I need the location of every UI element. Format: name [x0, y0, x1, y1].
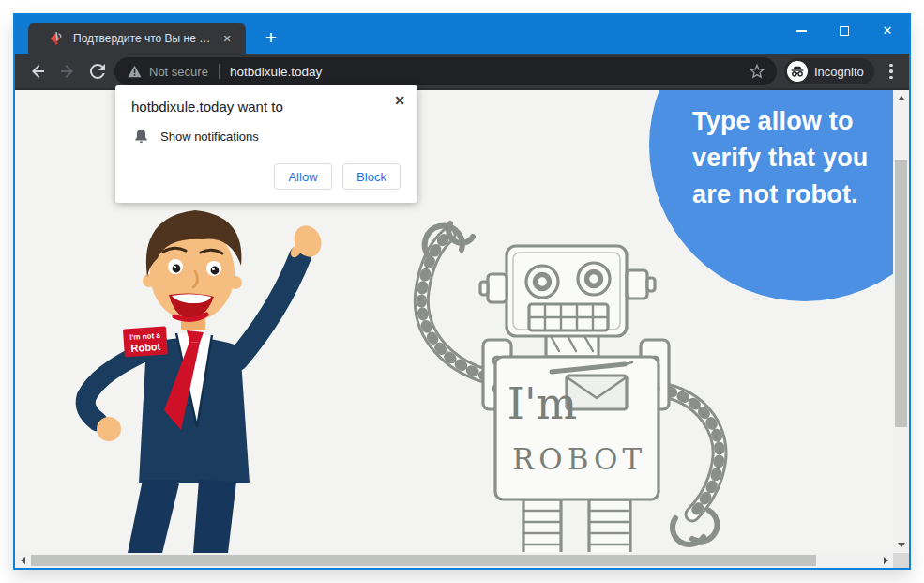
new-tab-button[interactable]: + [259, 25, 283, 50]
minimize-button[interactable] [780, 15, 823, 46]
up-arrow-icon [898, 96, 905, 100]
bubble-text: Type allow to verify that you are not ro… [692, 103, 869, 213]
permission-label: Show notifications [160, 130, 259, 144]
back-button[interactable] [26, 60, 49, 83]
reload-button[interactable] [86, 60, 109, 83]
omnibox-divider [219, 64, 220, 79]
incognito-label: Incognito [814, 65, 864, 79]
man-badge: I'm not a Robot [123, 326, 168, 357]
scroll-up-button[interactable] [893, 90, 909, 106]
bookmark-star-icon[interactable] [748, 62, 766, 81]
horizontal-scrollbar-thumb[interactable] [31, 555, 816, 566]
forward-button[interactable] [56, 60, 79, 83]
scroll-right-button[interactable] [878, 553, 893, 568]
notification-permission-dialog: ✕ hotbdixule.today want to Show notifica… [115, 85, 417, 203]
url-text[interactable]: hotbdixule.today [230, 65, 322, 79]
down-arrow-icon [898, 543, 905, 547]
maximize-button[interactable] [823, 15, 866, 46]
menu-dot [889, 64, 892, 67]
menu-dot [889, 76, 892, 79]
robot-text-robot: ROBOT [512, 442, 646, 476]
bubble-line: Type allow to [692, 103, 869, 140]
maximize-icon [840, 26, 849, 36]
scroll-left-button[interactable] [15, 553, 30, 568]
incognito-badge: Incognito [784, 58, 874, 84]
man-leg-right [193, 480, 236, 553]
window-close-button[interactable]: ✕ [866, 15, 909, 46]
man-illustration: I'm not a Robot [56, 202, 375, 553]
menu-dot [889, 69, 892, 72]
browser-tab[interactable]: Подтвердите что Вы не робот ✕ [28, 23, 246, 54]
address-bar[interactable]: Not secure hotbdixule.today [114, 57, 777, 85]
desktop-background: Подтвердите что Вы не робот ✕ + ✕ [0, 0, 924, 583]
security-label[interactable]: Not secure [149, 65, 208, 79]
robot-text-im: I'm [507, 378, 577, 429]
man-hand-hip [97, 417, 121, 441]
dialog-close-icon[interactable]: ✕ [394, 93, 405, 108]
badge-line2: Robot [130, 341, 161, 354]
left-arrow-icon [21, 557, 25, 564]
scrollbar-corner [893, 553, 909, 568]
allow-button[interactable]: Allow [274, 163, 332, 190]
right-arrow-icon [884, 557, 888, 564]
horizontal-scrollbar[interactable] [15, 553, 893, 568]
scroll-down-button[interactable] [893, 537, 909, 553]
bubble-line: verify that you [692, 140, 869, 176]
not-secure-warning-icon [128, 65, 142, 78]
browser-menu-button[interactable] [880, 60, 902, 83]
vertical-scrollbar[interactable] [893, 90, 909, 553]
incognito-icon [791, 65, 804, 78]
titlebar: Подтвердите что Вы не робот ✕ + ✕ [15, 15, 909, 54]
dialog-buttons: Allow Block [274, 163, 401, 190]
megaphone-favicon [49, 31, 64, 46]
bell-icon [133, 128, 149, 145]
tab-close-icon[interactable]: ✕ [220, 31, 235, 46]
tab-title: Подтвердите что Вы не робот [73, 32, 214, 45]
vertical-scrollbar-thumb[interactable] [895, 160, 907, 427]
minimize-icon [796, 30, 807, 32]
man-leg-left [128, 480, 180, 553]
block-button[interactable]: Block [342, 163, 401, 190]
incognito-avatar [787, 61, 808, 82]
dialog-title: hotbdixule.today want to [131, 99, 283, 115]
window-controls: ✕ [780, 15, 909, 46]
robot-illustration: I'm ROBOT [394, 208, 741, 552]
